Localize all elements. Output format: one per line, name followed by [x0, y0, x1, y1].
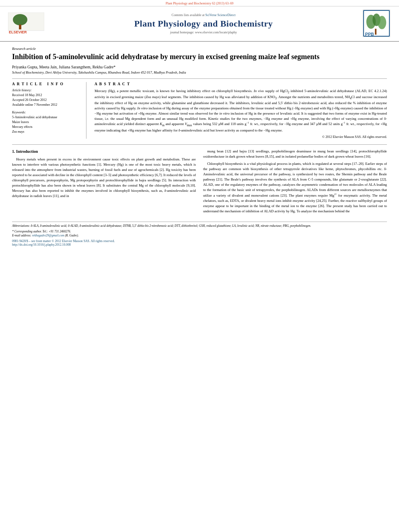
footnote-email: E-mail address: rekhagadre29@gmail.com (… [12, 234, 387, 238]
body-content: 1. Introduction Heavy metals when presen… [12, 149, 387, 216]
ppb-logo: PPB [363, 10, 391, 38]
svg-point-1 [13, 14, 27, 25]
article-type: Research article [12, 47, 387, 51]
intro-text-col1: Heavy metals when present in excess in t… [12, 157, 196, 199]
sciverse-line: Contents lists available at SciVerse Sci… [48, 13, 359, 17]
affiliation: School of Biochemistry, Devi Ahilya Univ… [12, 70, 387, 74]
online-date: Available online 7 November 2012 [12, 103, 81, 107]
keyword-4: Zea mays [12, 129, 81, 134]
intro-text-col2: mung bean [12] and bajra [13] seedlings,… [203, 149, 387, 214]
keyword-3: Mercury effects [12, 125, 81, 129]
svg-point-8 [378, 16, 386, 29]
corresponding-text: * Corresponding author. Tel.: +91 731 24… [12, 230, 71, 233]
page: Plant Physiology and Biochemistry 62 (20… [0, 0, 399, 532]
journal-title: Plant Physiology and Biochemistry [48, 18, 359, 29]
email-link[interactable]: rekhagadre29@gmail.com [32, 234, 64, 237]
footnote-area: Abbreviations: δ-ALA, δ-aminolevulinic a… [12, 222, 387, 246]
article-content: Research article Inhibition of 5-aminole… [0, 47, 399, 246]
abstract-panel: A B S T R A C T Mercury (Hg), a potent m… [95, 82, 387, 139]
abbreviations-text: Abbreviations: δ-ALA, δ-aminolevulinic a… [12, 224, 311, 228]
article-info-panel: A R T I C L E I N F O Article history: R… [12, 82, 86, 139]
keyword-1: 5-Aminolevulinic acid dehydratase [12, 115, 81, 120]
journal-center: Contents lists available at SciVerse Sci… [48, 13, 359, 34]
intro-para-1: Heavy metals when present in excess in t… [12, 157, 196, 199]
svg-text:PPB: PPB [365, 32, 374, 37]
svg-rect-9 [375, 29, 376, 35]
elsevier-logo: ELSEVIER [8, 12, 44, 35]
sciverse-link[interactable]: SciVerse ScienceDirect [206, 13, 236, 17]
keywords-list: 5-Aminolevulinic acid dehydratase Maize … [12, 115, 81, 134]
journal-header: ELSEVIER Contents lists available at Sci… [0, 6, 399, 42]
article-title: Inhibition of 5-aminolevulinic acid dehy… [12, 52, 387, 62]
article-info-title: A R T I C L E I N F O [12, 82, 81, 86]
accepted-date: Accepted 26 October 2012 [12, 98, 81, 103]
journal-homepage: journal homepage: www.elsevier.com/locat… [48, 31, 359, 34]
email-label: E-mail address: [12, 234, 32, 237]
intro-para-3: Chlorophyll biosynthesis is a vital phys… [203, 161, 387, 214]
article-info-abstract: A R T I C L E I N F O Article history: R… [12, 78, 387, 139]
keyword-2: Maize leaves [12, 120, 81, 125]
intro-para-2: mung bean [12] and bajra [13] seedlings,… [203, 149, 387, 159]
authors: Priyanka Gupta, Meeta Jain, Juliana Sara… [12, 65, 387, 69]
keywords-label: Keywords: [12, 111, 81, 114]
history-label: Article history: [12, 88, 81, 92]
top-journal-bar: Plant Physiology and Biochemistry 62 (20… [0, 0, 399, 6]
issn-text: 0981-9428/$ – see front matter © 2012 El… [12, 239, 387, 243]
abstract-text: Mercury (Hg), a potent metallic toxicant… [95, 88, 387, 133]
footnote-links: 0981-9428/$ – see front matter © 2012 El… [12, 239, 387, 246]
footnote-corresponding: * Corresponding author. Tel.: +91 731 24… [12, 230, 387, 234]
doi-link[interactable]: http://dx.doi.org/10.1016/j.plaphy.2012.… [12, 243, 387, 246]
section-divider [12, 144, 387, 145]
received-date: Received 18 May 2012 [12, 93, 81, 98]
article-dates: Received 18 May 2012 Accepted 26 October… [12, 93, 81, 107]
svg-text:ELSEVIER: ELSEVIER [9, 30, 27, 34]
journal-citation: Plant Physiology and Biochemistry 62 (20… [166, 2, 233, 5]
svg-rect-2 [19, 25, 21, 29]
intro-heading: 1. Introduction [12, 149, 196, 155]
copyright: © 2012 Elsevier Masson SAS. All rights r… [95, 135, 387, 139]
body-col-right: mung bean [12] and bajra [13] seedlings,… [203, 149, 387, 216]
abstract-title: A B S T R A C T [95, 82, 387, 86]
footnote-abbreviations: Abbreviations: δ-ALA, δ-aminolevulinic a… [12, 224, 387, 228]
email-attribution: (R. Gadre). [64, 234, 79, 237]
body-col-left: 1. Introduction Heavy metals when presen… [12, 149, 196, 216]
